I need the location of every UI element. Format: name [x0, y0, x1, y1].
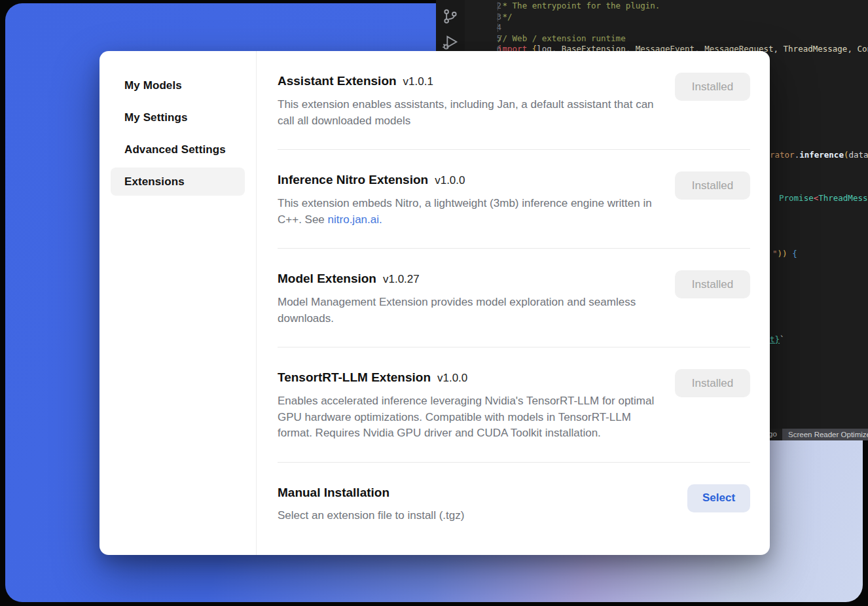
extension-version: v1.0.0 — [437, 372, 467, 384]
line-number: 3 — [465, 12, 501, 23]
code-token: , — [847, 44, 857, 54]
code-lines: * The entrypoint for the plugin. */// We… — [497, 1, 868, 55]
settings-sidebar: My ModelsMy SettingsAdvanced SettingsExt… — [99, 51, 257, 555]
extension-name: Inference Nitro Extension — [278, 173, 428, 187]
extension-name: Manual Installation — [278, 486, 389, 499]
extension-row: TensortRT-LLM Extensionv1.0.0Enables acc… — [278, 348, 750, 463]
line-number: 5 — [465, 33, 501, 45]
code-token: t} — [770, 334, 780, 344]
code-token: // Web / extension runtime — [497, 33, 626, 43]
code-fragment: t}` — [770, 334, 785, 344]
code-token: , — [774, 44, 784, 54]
code-token — [787, 249, 793, 258]
sidebar-item-my-models[interactable]: My Models — [111, 71, 245, 99]
installed-button[interactable]: Installed — [675, 73, 750, 101]
code-token: inference — [799, 150, 844, 160]
code-token: * The entrypoint for the plugin. — [497, 1, 660, 10]
extension-row: Model Extensionv1.0.27Model Management E… — [278, 249, 750, 348]
extension-title: Inference Nitro Extensionv1.0.0 — [278, 171, 656, 189]
code-token: )) — [778, 249, 787, 258]
extension-row: Assistant Extensionv1.0.1This extension … — [278, 51, 750, 150]
extension-row: Inference Nitro Extensionv1.0.0This exte… — [278, 150, 750, 249]
code-line: * The entrypoint for the plugin. — [497, 1, 868, 12]
extension-description: Model Management Extension provides mode… — [278, 294, 656, 327]
code-token: ThreadMessage — [818, 193, 868, 203]
line-number: 4 — [465, 22, 501, 33]
extension-name: Model Extension — [278, 272, 376, 285]
code-fragment: rator.inference(data)); — [770, 150, 868, 160]
line-numbers: 23456 — [465, 1, 501, 55]
extension-info: Model Extensionv1.0.27Model Management E… — [278, 270, 656, 327]
extension-row: Manual InstallationSelect an extension f… — [278, 463, 750, 544]
extension-description: Select an extension file to install (.tg… — [278, 508, 464, 524]
screenshot-stage: 23456 * The entrypoint for the plugin. *… — [0, 0, 868, 606]
code-token: data — [848, 150, 868, 160]
installed-button[interactable]: Installed — [675, 171, 750, 200]
extension-title: Model Extensionv1.0.27 — [278, 270, 656, 288]
extension-info: Inference Nitro Extensionv1.0.0This exte… — [278, 171, 656, 228]
sidebar-item-label: Extensions — [124, 175, 185, 188]
code-token: rator — [770, 150, 795, 160]
extension-title: Assistant Extensionv1.0.1 — [278, 73, 656, 90]
extension-info: Manual InstallationSelect an extension f… — [278, 484, 464, 524]
extension-version: v1.0.27 — [383, 273, 420, 285]
extension-version: v1.0.1 — [403, 75, 433, 88]
extension-link[interactable]: nitro.jan.ai. — [328, 213, 382, 226]
code-token: ThreadMessage — [784, 44, 848, 54]
extension-info: Assistant Extensionv1.0.1This extension … — [278, 73, 656, 129]
line-number: 2 — [465, 1, 501, 12]
extension-description: This extension embeds Nitro, a lightweig… — [278, 196, 656, 228]
code-line: // Web / extension runtime — [497, 33, 868, 45]
code-token: */ — [497, 12, 513, 22]
select-file-button[interactable]: Select — [687, 484, 750, 512]
code-token: Promise — [779, 193, 814, 203]
code-token: { — [792, 249, 797, 258]
run-debug-icon[interactable] — [441, 33, 460, 51]
extensions-list: Assistant Extensionv1.0.1This extension … — [257, 51, 770, 555]
extension-name: Assistant Extension — [278, 74, 397, 88]
extension-info: TensortRT-LLM Extensionv1.0.0Enables acc… — [278, 369, 656, 442]
sidebar-item-my-settings[interactable]: My Settings — [111, 103, 245, 132]
code-token: ContentType — [857, 44, 868, 54]
extension-title: Manual Installation — [278, 484, 464, 501]
installed-button[interactable]: Installed — [675, 270, 750, 298]
code-token: " — [772, 249, 778, 258]
settings-modal: My ModelsMy SettingsAdvanced SettingsExt… — [99, 51, 770, 555]
indent-guide — [497, 24, 498, 32]
sidebar-item-label: My Models — [124, 79, 182, 92]
extension-description: Enables accelerated inference leveraging… — [278, 393, 656, 442]
extension-name: TensortRT-LLM Extension — [278, 370, 431, 384]
statusbar-screen-reader-item[interactable]: Screen Reader Optimized — [782, 429, 868, 440]
code-token: ` — [780, 334, 785, 344]
code-line: */ — [497, 12, 868, 23]
sidebar-item-advanced-settings[interactable]: Advanced Settings — [111, 135, 245, 164]
sidebar-item-label: My Settings — [124, 111, 188, 124]
extension-description: This extension enables assistants, inclu… — [278, 97, 656, 129]
code-fragment: ")) { — [772, 249, 797, 258]
sidebar-item-extensions[interactable]: Extensions — [111, 168, 245, 196]
installed-button[interactable]: Installed — [675, 369, 750, 397]
code-fragment: Promise<ThreadMessage> — [779, 193, 868, 203]
sidebar-item-label: Advanced Settings — [124, 143, 226, 156]
extension-version: v1.0.0 — [435, 174, 465, 187]
extension-title: TensortRT-LLM Extensionv1.0.0 — [278, 369, 656, 387]
source-control-icon[interactable] — [441, 7, 460, 26]
code-line — [497, 22, 868, 33]
